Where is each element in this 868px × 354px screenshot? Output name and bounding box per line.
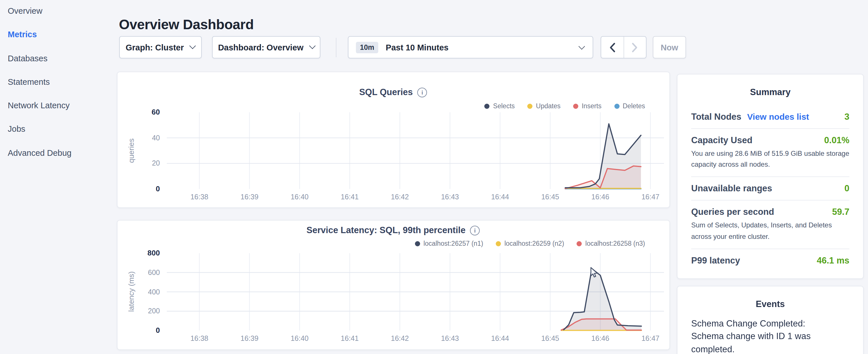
chevron-right-icon bbox=[632, 42, 638, 53]
summary-row-label: Total Nodes bbox=[691, 112, 741, 122]
time-back-button[interactable] bbox=[601, 37, 624, 58]
chevron-left-icon bbox=[609, 42, 616, 53]
y-tick-label: 20 bbox=[117, 159, 160, 168]
chart-title-text: Service Latency: SQL, 99th percentile bbox=[307, 225, 466, 235]
chart-title: SQL Queries i bbox=[117, 87, 669, 97]
summary-row-capacity-used: Capacity Used 0.01% You are using 28.6 M… bbox=[691, 128, 849, 177]
sidebar-item-network-latency[interactable]: Network Latency bbox=[8, 101, 112, 110]
chart-plot-area[interactable] bbox=[167, 253, 664, 330]
graph-scope-label: Graph: Cluster bbox=[125, 43, 184, 52]
time-forward-button[interactable] bbox=[624, 37, 646, 58]
legend-item: Selects bbox=[485, 102, 515, 109]
x-tick-label: 16:38 bbox=[182, 193, 217, 201]
legend-label: localhost:26257 (n1) bbox=[424, 240, 483, 247]
x-tick-label: 16:40 bbox=[282, 334, 317, 343]
legend-item: localhost:26259 (n2) bbox=[496, 240, 564, 247]
info-icon[interactable]: i bbox=[417, 87, 427, 97]
x-tick-label: 16:39 bbox=[232, 334, 267, 343]
x-tick-label: 16:47 bbox=[633, 334, 668, 343]
chart-legend: SelectsUpdatesInsertsDeletes bbox=[485, 102, 645, 109]
y-tick-label: 800 bbox=[117, 249, 160, 258]
y-tick-label: 0 bbox=[117, 326, 160, 335]
sidebar-item-advanced-debug[interactable]: Advanced Debug bbox=[8, 148, 112, 158]
sidebar-item-statements[interactable]: Statements bbox=[8, 77, 112, 87]
event-message[interactable]: Schema Change Completed: Schema change w… bbox=[691, 317, 836, 354]
y-tick-label: 0 bbox=[117, 185, 160, 194]
summary-row-label: Unavailable ranges bbox=[691, 184, 772, 194]
legend-label: localhost:26259 (n2) bbox=[504, 240, 564, 247]
y-tick-label: 40 bbox=[117, 133, 160, 142]
legend-label: localhost:26258 (n3) bbox=[585, 240, 645, 247]
legend-dot-icon bbox=[573, 103, 578, 108]
events-title: Events bbox=[691, 299, 849, 309]
chart-plot-area[interactable] bbox=[167, 112, 664, 189]
x-tick-label: 16:42 bbox=[382, 193, 417, 201]
chevron-down-icon bbox=[309, 43, 315, 49]
summary-row-p99-latency: P99 latency 46.1 ms bbox=[691, 249, 849, 272]
summary-row-value: 59.7 bbox=[832, 207, 849, 217]
events-panel: Events Schema Change Completed: Schema c… bbox=[677, 286, 864, 354]
x-tick-label: 16:44 bbox=[483, 334, 517, 343]
x-tick-label: 16:46 bbox=[583, 334, 618, 343]
service-latency-chart-card: Service Latency: SQL, 99th percentile i … bbox=[117, 220, 670, 350]
y-tick-label: 600 bbox=[117, 268, 160, 277]
legend-label: Inserts bbox=[582, 102, 601, 109]
dashboard-label: Dashboard: Overview bbox=[218, 43, 304, 52]
y-tick-label: 400 bbox=[117, 287, 160, 296]
sidebar: Overview Metrics Databases Statements Ne… bbox=[0, 0, 112, 354]
sidebar-nav: Overview Metrics Databases Statements Ne… bbox=[0, 0, 112, 158]
dashboard-dropdown[interactable]: Dashboard: Overview bbox=[212, 36, 320, 58]
x-tick-label: 16:42 bbox=[382, 334, 417, 343]
y-tick-label: 60 bbox=[117, 108, 160, 117]
summary-row-unavailable-ranges: Unavailable ranges 0 bbox=[691, 177, 849, 200]
chart-title: Service Latency: SQL, 99th percentile i bbox=[117, 225, 669, 235]
summary-row-value: 0.01% bbox=[824, 135, 849, 146]
x-tick-label: 16:38 bbox=[182, 334, 217, 343]
page-title: Overview Dashboard bbox=[119, 17, 254, 33]
summary-panel: Summary Total Nodes View nodes list 3 Ca… bbox=[677, 74, 864, 279]
sidebar-item-databases[interactable]: Databases bbox=[8, 54, 112, 63]
legend-item: localhost:26258 (n3) bbox=[577, 240, 645, 247]
legend-item: localhost:26257 (n1) bbox=[415, 240, 483, 247]
sql-queries-chart-card: SQL Queries i SelectsUpdatesInsertsDelet… bbox=[117, 72, 670, 208]
summary-row-queries-per-second: Queries per second 59.7 Sum of Selects, … bbox=[691, 200, 849, 249]
legend-label: Selects bbox=[493, 102, 515, 109]
toolbar-divider bbox=[336, 38, 336, 57]
time-range-dropdown[interactable]: 10m Past 10 Minutes bbox=[348, 36, 593, 58]
graph-scope-dropdown[interactable]: Graph: Cluster bbox=[119, 36, 202, 58]
legend-dot-icon bbox=[496, 241, 501, 246]
legend-dot-icon bbox=[527, 103, 532, 108]
time-step-buttons bbox=[601, 36, 647, 58]
summary-title: Summary bbox=[691, 87, 849, 97]
chart-title-text: SQL Queries bbox=[359, 87, 413, 97]
legend-item: Deletes bbox=[614, 102, 645, 109]
x-tick-label: 16:40 bbox=[282, 193, 317, 201]
app-window: Overview Metrics Databases Statements Ne… bbox=[0, 0, 868, 354]
x-tick-label: 16:45 bbox=[533, 334, 567, 343]
x-tick-label: 16:43 bbox=[433, 193, 467, 201]
x-tick-label: 16:47 bbox=[633, 193, 668, 201]
sidebar-item-overview[interactable]: Overview bbox=[8, 6, 112, 16]
summary-row-value: 3 bbox=[844, 112, 849, 122]
legend-dot-icon bbox=[614, 103, 619, 108]
info-icon[interactable]: i bbox=[470, 225, 480, 235]
y-tick-label: 200 bbox=[117, 307, 160, 316]
now-button[interactable]: Now bbox=[653, 36, 686, 58]
summary-row-label: Capacity Used bbox=[691, 135, 752, 146]
legend-item: Updates bbox=[527, 102, 560, 109]
summary-row-description: You are using 28.6 MiB of 515.9 GiB usab… bbox=[691, 148, 849, 170]
sidebar-item-metrics[interactable]: Metrics bbox=[8, 30, 112, 40]
sidebar-item-jobs[interactable]: Jobs bbox=[8, 125, 112, 134]
time-range-badge: 10m bbox=[356, 41, 378, 53]
now-button-label: Now bbox=[660, 43, 678, 52]
x-tick-label: 16:39 bbox=[232, 193, 267, 201]
x-tick-label: 16:46 bbox=[583, 193, 618, 201]
legend-label: Updates bbox=[536, 102, 560, 109]
legend-label: Deletes bbox=[623, 102, 645, 109]
legend-dot-icon bbox=[485, 103, 490, 108]
summary-row-label: P99 latency bbox=[691, 255, 740, 266]
chevron-down-icon bbox=[579, 43, 585, 50]
x-tick-label: 16:43 bbox=[433, 334, 467, 343]
view-nodes-list-link[interactable]: View nodes list bbox=[747, 112, 809, 122]
summary-row-label: Queries per second bbox=[691, 207, 774, 217]
